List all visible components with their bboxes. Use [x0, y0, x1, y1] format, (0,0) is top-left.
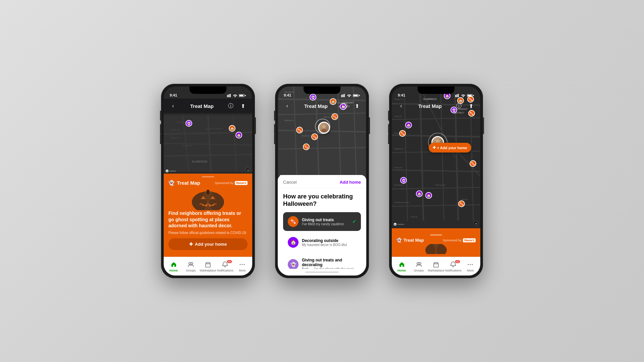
nav-title-1: Treat Map: [190, 103, 214, 109]
option-check-treats: ✓: [352, 219, 356, 224]
svg-rect-31: [206, 205, 207, 206]
map-pin-3: 🏠: [235, 132, 242, 138]
map-pin-3-5: 🏠: [405, 122, 412, 128]
compass-1: ⊕: [246, 168, 250, 172]
svg-rect-70: [456, 95, 457, 97]
add-home-button-2[interactable]: Add home: [339, 180, 361, 185]
svg-rect-0: [227, 95, 228, 97]
svg-point-45: [349, 97, 350, 97]
svg-rect-71: [457, 94, 458, 97]
info-icon-2[interactable]: ⓘ: [340, 101, 350, 111]
phone-2: 9:41 ‹ Treat Map ⓘ ⬆: [275, 84, 369, 278]
groups-icon-3: [415, 261, 423, 268]
modal-nav: Cancel Add home: [278, 175, 366, 188]
svg-rect-32: [209, 205, 211, 206]
svg-rect-3: [230, 94, 231, 97]
map-pin-3-8: 🏠: [416, 190, 423, 197]
tab-groups-3[interactable]: Groups: [410, 261, 427, 272]
tab-notifications-3[interactable]: 23 Notifications: [445, 261, 462, 272]
svg-text:Stuart St: Stuart St: [170, 137, 179, 139]
svg-rect-27: [207, 190, 209, 194]
svg-point-39: [242, 264, 243, 265]
treat-card-1: 👻 Treat Map Sponsored by Reese's: [164, 174, 252, 257]
notification-badge-3: 23: [455, 260, 460, 263]
mini-card-3: 👻 Treat Map Sponsored by Reese's: [392, 228, 480, 257]
svg-point-40: [244, 264, 245, 265]
notification-badge-1: 23: [227, 260, 232, 263]
compass-3: ⊕: [474, 221, 478, 226]
svg-point-66: [321, 129, 327, 132]
tab-marketplace-3[interactable]: Marketplace: [427, 261, 444, 272]
map-pin-3-ghost2: 👻: [400, 177, 407, 184]
tab-home-1[interactable]: Home: [165, 261, 182, 272]
share-icon-3[interactable]: ⬆: [466, 101, 476, 111]
tab-more-3[interactable]: More: [462, 261, 479, 272]
svg-text:Webster St: Webster St: [394, 148, 404, 150]
svg-text:Woolsey St: Woolsey St: [394, 184, 404, 186]
map-pin-o3: 🍬: [296, 127, 303, 133]
svg-text:Prince St: Prince St: [394, 167, 402, 169]
modal-question: How are you celebrating Halloween?: [283, 193, 361, 207]
pumpkin-image: [164, 187, 252, 210]
sub-text-1: Please follow official guidelines relate…: [168, 231, 248, 235]
svg-point-114: [417, 262, 419, 264]
back-icon-2[interactable]: ‹: [282, 101, 292, 111]
svg-point-38: [240, 264, 241, 265]
svg-text:Russell St: Russell St: [183, 144, 193, 147]
phone-1: 9:41 ‹ Treat Map ⓘ ⬆: [161, 84, 255, 278]
home-icon-1: [170, 261, 177, 268]
status-time-1: 9:41: [170, 93, 177, 97]
more-icon-3: [467, 261, 474, 268]
marketplace-icon-1: [204, 261, 212, 268]
cancel-button-2[interactable]: Cancel: [283, 180, 297, 185]
back-icon-1[interactable]: ‹: [168, 101, 178, 111]
svg-rect-76: [473, 95, 474, 96]
status-icons-3: [455, 94, 474, 97]
svg-text:Stuart St: Stuart St: [394, 115, 402, 117]
svg-point-26: [209, 193, 221, 210]
svg-rect-41: [341, 95, 342, 97]
map-area-1: Forest Ave Garber St Stuart St Russell S…: [164, 113, 252, 174]
treat-map-logo-3: 👻 Treat Map: [396, 238, 424, 243]
nav-title-3: Treat Map: [418, 103, 442, 109]
card-text-1: Find neighbors offering treats or go gho…: [164, 210, 252, 257]
map-pin-3-10: 🍬: [458, 200, 465, 207]
share-icon-2[interactable]: ⬆: [352, 101, 362, 111]
add-home-button-1[interactable]: ✚ Add your home: [168, 238, 248, 250]
info-icon-3[interactable]: ⓘ: [454, 101, 464, 111]
svg-rect-75: [468, 95, 472, 96]
modal-sheet: Cancel Add home How are you celebrating …: [278, 175, 366, 269]
add-home-map-button[interactable]: ✚ + Add your home: [429, 143, 471, 153]
tab-more-1[interactable]: More: [234, 261, 251, 272]
back-icon-3[interactable]: ‹: [396, 101, 406, 111]
option-both[interactable]: 👻 Giving out treats and decorating Both …: [283, 254, 361, 269]
svg-rect-30: [202, 204, 204, 206]
svg-rect-6: [239, 95, 244, 96]
svg-rect-72: [458, 94, 459, 97]
svg-text:42nd St: 42nd St: [411, 216, 418, 218]
notch-2: [304, 86, 340, 94]
svg-rect-1: [228, 95, 229, 97]
svg-point-4: [235, 97, 235, 97]
tab-groups-1[interactable]: Groups: [182, 261, 199, 272]
tab-marketplace-1[interactable]: Marketplace: [199, 261, 216, 272]
map-pin-2: 🏠: [229, 125, 235, 132]
info-icon-1[interactable]: ⓘ: [226, 101, 235, 111]
home-indicator-2: [278, 269, 366, 276]
nav-bar-2: ‹ Treat Map ⓘ ⬆: [278, 99, 366, 113]
sponsored-1: Sponsored by Reese's: [215, 181, 248, 185]
more-icon-1: [238, 261, 246, 268]
sponsored-3: Sponsored by Reese's: [443, 238, 476, 242]
option-decorating[interactable]: 🏠 Decorating outside My haunted decor is…: [283, 233, 361, 252]
svg-point-115: [419, 262, 421, 264]
svg-text:The Wood Tavern: The Wood Tavern: [394, 201, 409, 203]
tab-notifications-1[interactable]: 23 Notifications: [217, 261, 234, 272]
option-giving-treats[interactable]: 🍬 Giving out treats I've filled my candy…: [283, 212, 361, 231]
svg-point-119: [470, 264, 471, 265]
status-time-2: 9:41: [284, 93, 291, 97]
share-icon-1[interactable]: ⬆: [238, 101, 248, 111]
reeses-logo-1: Reese's: [235, 181, 248, 185]
option-text-both: Giving out treats and decorating Both — …: [302, 258, 356, 269]
home-icon-3: [398, 261, 406, 268]
tab-home-3[interactable]: Home: [393, 261, 410, 272]
